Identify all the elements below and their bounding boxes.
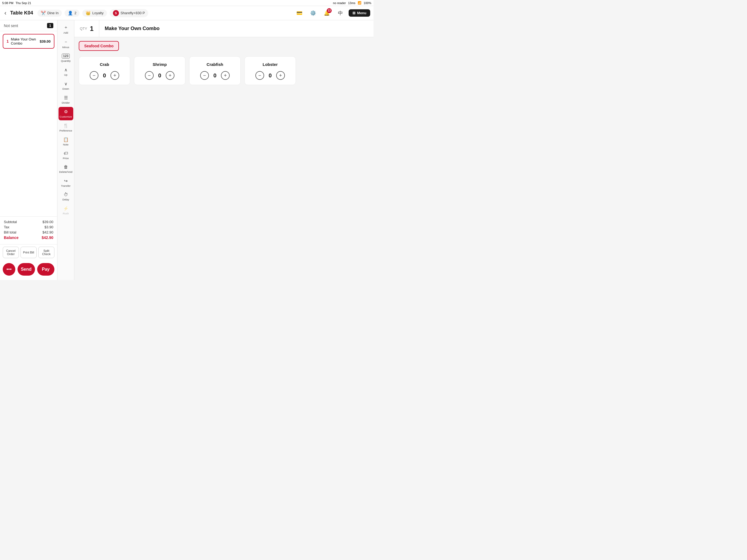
delay-icon: ⏱: [64, 192, 68, 197]
quantity-icon: 123: [62, 54, 70, 58]
crab-name: Crab: [100, 62, 109, 67]
tool-note[interactable]: 📋 Note: [58, 135, 73, 148]
order-item-number: 1: [6, 39, 9, 44]
right-panel: QTY 1 Make Your Own Combo Seafood Combo …: [74, 20, 374, 280]
lobster-minus-button[interactable]: −: [255, 71, 264, 80]
crabfish-plus-button[interactable]: +: [221, 71, 230, 80]
dine-in-badge[interactable]: ✂️ Dine In: [37, 9, 62, 17]
shrimp-plus-button[interactable]: +: [166, 71, 175, 80]
tool-transfer[interactable]: ↪ Transfer: [58, 176, 73, 189]
settings-button[interactable]: ⚙️: [308, 8, 318, 19]
up-icon: ∧: [64, 67, 68, 73]
crab-qty: 0: [102, 73, 107, 79]
subtotal-value: $39.00: [42, 220, 53, 224]
subtotal-row: Subtotal $39.00: [4, 220, 53, 224]
order-spacer: [0, 51, 57, 216]
lobster-plus-button[interactable]: +: [276, 71, 285, 80]
pay-button[interactable]: Pay: [37, 263, 55, 276]
notifications-button[interactable]: 🔔 13: [321, 8, 332, 19]
down-icon: ∨: [64, 81, 68, 86]
totals-section: Subtotal $39.00 Tax $3.90 Bill total $42…: [0, 216, 57, 244]
tool-down[interactable]: ∨ Down: [58, 79, 73, 93]
tax-label: Tax: [4, 225, 9, 229]
crab-qty-control: − 0 +: [90, 71, 119, 80]
ping-status: 13ms: [348, 1, 356, 5]
shrimp-card: Shrimp − 0 +: [134, 56, 185, 85]
combo-header: QTY 1 Make Your Own Combo: [74, 20, 374, 37]
tool-preference-label: Preference: [59, 129, 72, 132]
dots-icon: •••: [6, 266, 12, 272]
crab-minus-button[interactable]: −: [90, 71, 98, 80]
tax-row: Tax $3.90: [4, 225, 53, 229]
left-panel: Not sent 1 1 Make Your Own Combo $39.00 …: [0, 20, 57, 280]
crabfish-minus-button[interactable]: −: [200, 71, 209, 80]
divider-icon: ☰: [64, 95, 68, 100]
crabfish-card: Crabfish − 0 +: [189, 56, 241, 85]
guests-badge[interactable]: 👤 2: [65, 9, 80, 17]
price-icon: 🏷: [64, 151, 68, 156]
tool-divider-label: Divider: [62, 101, 70, 104]
tool-price-label: Price: [63, 157, 69, 160]
dine-in-label: Dine In: [47, 11, 58, 15]
tool-deletevoid[interactable]: 🗑 Delete/Void: [58, 162, 73, 176]
seafood-combo-button[interactable]: Seafood Combo: [79, 41, 119, 51]
lobster-qty-control: − 0 +: [255, 71, 285, 80]
order-item[interactable]: 1 Make Your Own Combo $39.00: [3, 34, 54, 49]
back-button[interactable]: ‹: [3, 8, 7, 18]
more-options-button[interactable]: •••: [3, 263, 15, 276]
action-buttons: Cancel Order Print Bill Split Check: [0, 244, 57, 260]
shrimp-minus-button[interactable]: −: [145, 71, 154, 80]
tool-price[interactable]: 🏷 Price: [58, 149, 73, 162]
tool-customize[interactable]: ⚙ Customize: [58, 107, 73, 120]
loyalty-label: Loyalty: [92, 11, 103, 15]
crabfish-name: Crabfish: [207, 62, 223, 67]
bill-total-label: Bill total: [4, 230, 17, 234]
crabfish-qty: 0: [212, 73, 217, 79]
reader-status: no reader: [333, 1, 346, 5]
preference-icon: 🍴: [63, 123, 69, 128]
not-sent-label: Not sent: [4, 24, 18, 28]
tool-customize-label: Customize: [60, 115, 72, 118]
send-button[interactable]: Send: [18, 263, 35, 276]
language-button[interactable]: 中: [335, 8, 346, 19]
loyalty-icon: 👑: [85, 11, 91, 16]
crab-plus-button[interactable]: +: [110, 71, 119, 80]
tool-deletevoid-label: Delete/Void: [59, 170, 73, 173]
cancel-order-button[interactable]: Cancel Order: [3, 247, 19, 258]
tool-minus[interactable]: － Minus: [58, 37, 73, 51]
tool-quantity-label: Quantity: [61, 59, 71, 62]
tool-quantity[interactable]: 123 Quantity: [58, 51, 73, 65]
menu-label: Menu: [357, 11, 366, 15]
print-bill-button[interactable]: Print Bill: [21, 247, 36, 258]
combo-options-row: Seafood Combo: [74, 37, 374, 54]
guests-icon: 👤: [68, 11, 73, 16]
order-item-name: Make Your Own Combo: [11, 37, 40, 45]
tool-rush: ⚡ Rush: [58, 204, 73, 217]
status-day: Thu Sep 21: [16, 1, 31, 5]
note-icon: 📋: [63, 137, 69, 142]
tool-delay[interactable]: ⏱ Delay: [58, 190, 73, 203]
balance-label: Balance: [4, 235, 19, 240]
card-reader-icon: 💳: [297, 10, 302, 16]
sharefly-badge[interactable]: S Sharefly+830 P: [110, 9, 148, 17]
shrimp-name: Shrimp: [153, 62, 167, 67]
order-count-badge: 1: [47, 23, 53, 28]
loyalty-badge[interactable]: 👑 Loyalty: [82, 9, 107, 17]
shrimp-qty-control: − 0 +: [145, 71, 175, 80]
card-reader-button[interactable]: 💳: [294, 8, 305, 19]
menu-button[interactable]: ⊞ Menu: [349, 9, 370, 17]
crab-card: Crab − 0 +: [79, 56, 130, 85]
tool-up[interactable]: ∧ Up: [58, 65, 73, 78]
tax-value: $3.90: [44, 225, 53, 229]
notification-count: 13: [327, 8, 332, 13]
tool-down-label: Down: [62, 87, 69, 90]
main-layout: Not sent 1 1 Make Your Own Combo $39.00 …: [0, 20, 374, 280]
gear-icon: ⚙️: [310, 10, 316, 16]
tool-add[interactable]: ＋ Add: [58, 22, 73, 36]
split-check-button[interactable]: Split Check: [38, 247, 54, 258]
tool-divider[interactable]: ☰ Divider: [58, 93, 73, 106]
lobster-qty: 0: [267, 73, 273, 79]
tool-preference[interactable]: 🍴 Preference: [58, 121, 73, 134]
order-item-price: $39.00: [40, 40, 51, 44]
wifi-icon: 📶: [358, 1, 361, 5]
